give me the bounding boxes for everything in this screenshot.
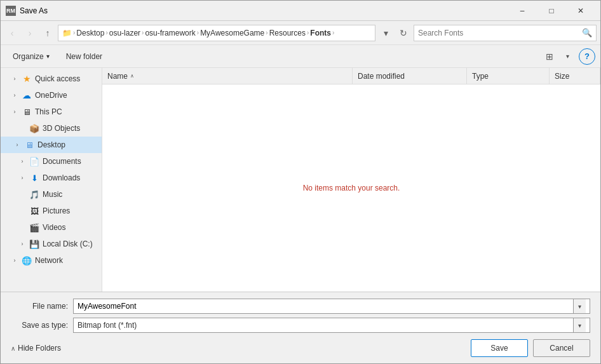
expand-arrow: › [11,76,18,82]
sidebar-item-label: OneDrive [35,91,67,100]
view-dropdown-button[interactable]: ▾ [558,48,576,65]
action-row: ∧ Hide Folders Save Cancel [11,339,590,357]
save-as-dialog: RM Save As – □ ✕ ‹ › ↑ 📁 › Desktop › osu… [0,0,601,364]
search-box: 🔍 [414,25,597,41]
title-bar: RM Save As – □ ✕ [1,1,600,21]
cancel-button[interactable]: Cancel [533,339,590,357]
sidebar-item-label: Quick access [35,74,80,83]
sidebar-item-label: Videos [43,223,65,232]
maximize-button[interactable]: □ [537,1,566,21]
expand-arrow: › [11,92,18,98]
empty-message: No items match your search. [102,84,600,292]
search-input[interactable] [418,29,582,37]
sidebar-item-label: Documents [43,157,81,166]
sidebar-item-documents[interactable]: › 📄 Documents [1,153,102,170]
view-button[interactable]: ⊞ [541,48,558,65]
sidebar-item-label: This PC [35,107,62,116]
toolbar: Organize ▾ New folder ⊞ ▾ ? [1,45,600,68]
expand-arrow: › [18,175,26,181]
thispc-icon: 🖥 [21,107,32,117]
sidebar-item-pictures[interactable]: 🖼 Pictures [1,203,102,219]
filename-input[interactable] [78,302,573,311]
organize-button[interactable]: Organize ▾ [6,48,57,65]
sidebar-item-label: 3D Objects [43,124,80,133]
sidebar-item-label: Pictures [43,206,70,215]
window-icon: RM [6,6,16,16]
col-header-date[interactable]: Date modified [353,68,467,84]
savetype-field[interactable]: Bitmap font (*.fnt) ▾ [73,318,590,333]
onedrive-icon: ☁ [21,90,32,100]
expand-arrow: › [18,241,26,247]
breadcrumb[interactable]: 📁 › Desktop › osu-lazer › osu-framework … [58,25,375,41]
sidebar-item-music[interactable]: 🎵 Music [1,186,102,203]
folder-icon: 🖼 [29,206,40,216]
savetype-value: Bitmap font (*.fnt) [78,321,573,330]
help-button[interactable]: ? [579,48,595,65]
savetype-row: Save as type: Bitmap font (*.fnt) ▾ [11,318,590,333]
folder-icon: 📦 [29,123,40,133]
refresh-button[interactable]: ↻ [396,25,411,41]
sort-arrow: ∧ [130,73,134,79]
col-header-size[interactable]: Size [550,68,600,84]
address-bar: ‹ › ↑ 📁 › Desktop › osu-lazer › osu-fram… [1,21,600,45]
col-header-type[interactable]: Type [467,68,550,84]
folder-icon: ⬇ [29,173,40,183]
sidebar-item-videos[interactable]: 🎬 Videos [1,219,102,236]
savetype-label: Save as type: [11,321,68,330]
close-button[interactable]: ✕ [566,1,595,21]
back-button[interactable]: ‹ [4,25,20,41]
filename-label: File name: [11,302,68,311]
sidebar-item-3d-objects[interactable]: 📦 3D Objects [1,120,102,137]
sidebar-item-network[interactable]: › 🌐 Network [1,252,102,269]
hide-folders-toggle[interactable]: ∧ Hide Folders [11,344,61,353]
expand-arrow: › [13,142,21,148]
title-bar-buttons: – □ ✕ [508,1,595,21]
bottom-fields: File name: ▾ Save as type: Bitmap font (… [11,299,590,333]
savetype-dropdown[interactable]: ▾ [573,318,586,332]
forward-button[interactable]: › [22,25,37,41]
folder-icon: 🎬 [29,222,40,233]
expand-arrow: › [18,158,26,165]
sidebar-item-label: Downloads [43,173,80,182]
desktop-icon: 🖥 [24,140,35,150]
main-content: › ★ Quick access › ☁ OneDrive › 🖥 This P… [1,68,600,292]
filename-field[interactable]: ▾ [73,299,590,314]
folder-icon: 🎵 [29,189,40,199]
filename-dropdown[interactable]: ▾ [573,299,586,313]
dropdown-button[interactable]: ▾ [378,25,393,41]
sidebar-item-label: Network [35,256,63,265]
sidebar-item-desktop[interactable]: › 🖥 Desktop [1,137,102,153]
folder-icon: 📄 [29,156,40,166]
hide-folders-arrow: ∧ [11,345,15,352]
up-button[interactable]: ↑ [40,25,55,41]
file-list: Name ∧ Date modified Type Size No items … [102,68,600,292]
hide-folders-label: Hide Folders [18,344,61,353]
quick-access-icon: ★ [21,74,32,84]
sidebar-item-local-disk[interactable]: › 💾 Local Disk (C:) [1,236,102,252]
window-title: Save As [20,6,508,15]
breadcrumb-item: 📁 › Desktop › osu-lazer › osu-framework … [62,29,335,37]
sidebar-item-downloads[interactable]: › ⬇ Downloads [1,170,102,186]
sidebar-item-label: Music [43,190,62,199]
new-folder-button[interactable]: New folder [59,48,109,65]
file-list-header: Name ∧ Date modified Type Size [102,68,600,84]
expand-arrow: › [11,257,18,264]
sidebar-item-quick-access[interactable]: › ★ Quick access [1,71,102,87]
bottom-bar: File name: ▾ Save as type: Bitmap font (… [1,292,600,363]
col-header-name[interactable]: Name ∧ [102,68,353,84]
sidebar-item-label: Local Disk (C:) [43,239,93,248]
save-button[interactable]: Save [471,339,528,357]
expand-arrow: › [11,109,18,115]
sidebar-item-label: Desktop [37,140,65,149]
network-icon: 🌐 [21,255,32,266]
filename-row: File name: ▾ [11,299,590,314]
view-controls: ⊞ ▾ [541,48,576,65]
sidebar-item-onedrive[interactable]: › ☁ OneDrive [1,87,102,104]
sidebar: › ★ Quick access › ☁ OneDrive › 🖥 This P… [1,68,102,292]
sidebar-item-thispc[interactable]: › 🖥 This PC [1,104,102,120]
minimize-button[interactable]: – [508,1,537,21]
search-icon: 🔍 [582,28,592,37]
folder-icon: 💾 [29,239,40,249]
